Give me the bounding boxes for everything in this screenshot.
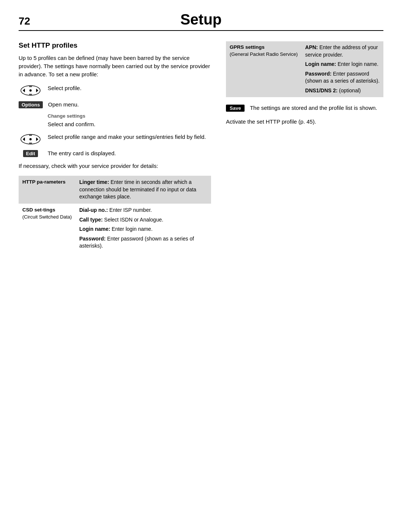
options-badge: Options xyxy=(19,101,43,108)
svg-rect-11 xyxy=(29,143,32,144)
page-number: 72 xyxy=(19,15,48,27)
nav-icon-1 xyxy=(19,84,42,96)
page-header: 72 Setup xyxy=(19,11,383,31)
activate-text: Activate the set HTTP profile (p. 45). xyxy=(226,118,383,126)
step-5-text: The entry card is displayed. xyxy=(48,149,211,157)
check-text: If necessary, check with your service pr… xyxy=(19,162,211,170)
http-params-label: HTTP pa-rameters xyxy=(19,176,76,204)
step-2-text: Open menu. xyxy=(48,101,211,109)
table-row-http: HTTP pa-rameters Linger time: Enter time… xyxy=(19,176,211,204)
table-row-csd: CSD set-tings (Circuit Switched Data) Di… xyxy=(19,204,211,253)
save-badge-container: Save xyxy=(226,104,245,112)
csd-settings-label: CSD set-tings (Circuit Switched Data) xyxy=(19,204,76,253)
svg-point-9 xyxy=(29,138,32,140)
http-params-content: Linger time: Enter time in seconds after… xyxy=(76,176,211,204)
svg-point-3 xyxy=(29,89,32,92)
svg-marker-8 xyxy=(36,137,38,141)
svg-rect-5 xyxy=(29,94,32,95)
right-column: GPRS settings (General Packet Radio Serv… xyxy=(226,41,383,253)
parameters-table: HTTP pa-rameters Linger time: Enter time… xyxy=(19,176,211,253)
gprs-table: GPRS settings (General Packet Radio Serv… xyxy=(226,41,383,97)
left-column: Set HTTP profiles Up to 5 profiles can b… xyxy=(19,41,211,253)
step-5: Edit The entry card is displayed. xyxy=(19,149,211,157)
step-1: Select profile. xyxy=(19,84,211,96)
options-badge-icon: Options xyxy=(19,101,43,108)
csd-settings-content: Dial-up no.: Enter ISP number. Call type… xyxy=(76,204,211,253)
svg-rect-4 xyxy=(29,86,32,87)
main-content: Set HTTP profiles Up to 5 profiles can b… xyxy=(19,41,383,253)
save-row: Save The settings are stored and the pro… xyxy=(226,104,383,112)
edit-badge: Edit xyxy=(23,150,38,157)
nav-icon-2 xyxy=(19,133,42,145)
table-row-gprs: GPRS settings (General Packet Radio Serv… xyxy=(226,41,383,97)
step-3: Select and confirm. xyxy=(48,120,211,128)
step-1-text: Select profile. xyxy=(48,84,211,92)
gprs-label: GPRS settings (General Packet Radio Serv… xyxy=(226,41,302,97)
save-text: The settings are stored and the profile … xyxy=(250,104,383,112)
page-title: Setup xyxy=(48,11,383,28)
step-2: Options Open menu. xyxy=(19,101,211,109)
svg-marker-7 xyxy=(23,137,25,141)
intro-text: Up to 5 profiles can be defined (may hav… xyxy=(19,54,211,78)
change-settings-label: Change settings xyxy=(48,113,211,119)
edit-badge-icon: Edit xyxy=(19,149,42,157)
section-heading: Set HTTP profiles xyxy=(19,41,211,50)
step-4: Select profile range and make your setti… xyxy=(19,133,211,145)
step-4-text: Select profile range and make your setti… xyxy=(48,133,211,141)
save-badge: Save xyxy=(226,105,245,112)
svg-marker-1 xyxy=(23,89,25,92)
step-3-text: Select and confirm. xyxy=(48,120,211,128)
gprs-content: APN: Enter the address of your service p… xyxy=(302,41,383,97)
svg-marker-2 xyxy=(36,89,38,92)
svg-rect-10 xyxy=(29,135,32,136)
